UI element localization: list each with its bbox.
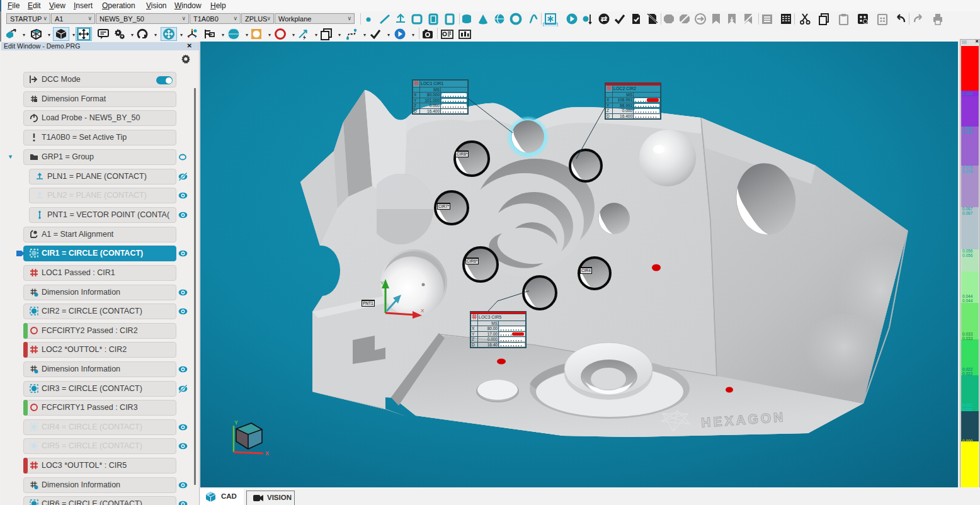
svg-text:X: X — [265, 450, 269, 457]
svg-text:X: X — [421, 308, 424, 314]
svg-text:Y: Y — [234, 419, 238, 426]
svg-text:Y: Y — [380, 280, 384, 286]
